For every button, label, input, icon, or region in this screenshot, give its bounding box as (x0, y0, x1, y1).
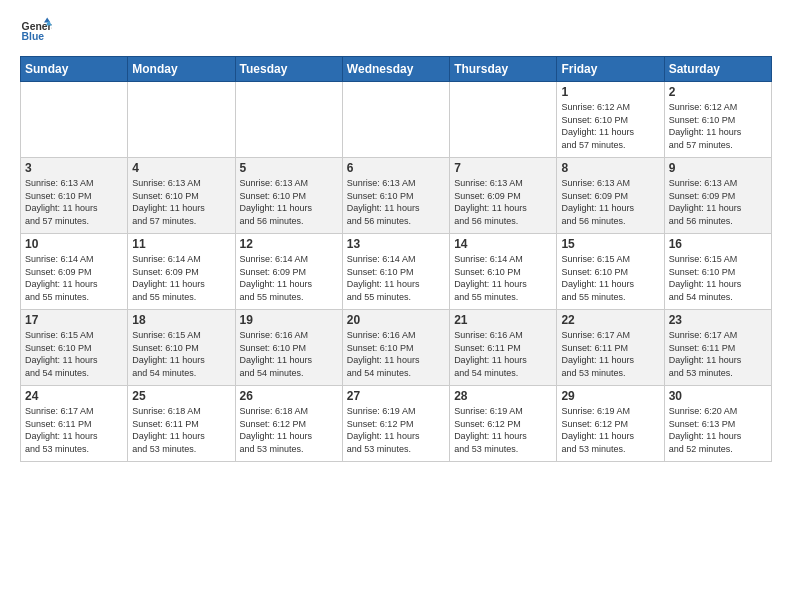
day-number: 4 (132, 161, 230, 175)
day-cell: 22Sunrise: 6:17 AM Sunset: 6:11 PM Dayli… (557, 310, 664, 386)
day-cell: 7Sunrise: 6:13 AM Sunset: 6:09 PM Daylig… (450, 158, 557, 234)
day-number: 18 (132, 313, 230, 327)
day-number: 21 (454, 313, 552, 327)
day-cell: 19Sunrise: 6:16 AM Sunset: 6:10 PM Dayli… (235, 310, 342, 386)
day-number: 9 (669, 161, 767, 175)
week-row-5: 24Sunrise: 6:17 AM Sunset: 6:11 PM Dayli… (21, 386, 772, 462)
day-cell (128, 82, 235, 158)
week-row-2: 3Sunrise: 6:13 AM Sunset: 6:10 PM Daylig… (21, 158, 772, 234)
day-info: Sunrise: 6:17 AM Sunset: 6:11 PM Dayligh… (561, 329, 659, 379)
day-cell: 3Sunrise: 6:13 AM Sunset: 6:10 PM Daylig… (21, 158, 128, 234)
weekday-sunday: Sunday (21, 57, 128, 82)
day-number: 23 (669, 313, 767, 327)
day-cell: 13Sunrise: 6:14 AM Sunset: 6:10 PM Dayli… (342, 234, 449, 310)
day-number: 5 (240, 161, 338, 175)
day-number: 24 (25, 389, 123, 403)
day-cell: 9Sunrise: 6:13 AM Sunset: 6:09 PM Daylig… (664, 158, 771, 234)
day-cell: 17Sunrise: 6:15 AM Sunset: 6:10 PM Dayli… (21, 310, 128, 386)
day-cell: 6Sunrise: 6:13 AM Sunset: 6:10 PM Daylig… (342, 158, 449, 234)
day-info: Sunrise: 6:15 AM Sunset: 6:10 PM Dayligh… (669, 253, 767, 303)
day-info: Sunrise: 6:18 AM Sunset: 6:12 PM Dayligh… (240, 405, 338, 455)
day-number: 10 (25, 237, 123, 251)
day-cell: 5Sunrise: 6:13 AM Sunset: 6:10 PM Daylig… (235, 158, 342, 234)
day-info: Sunrise: 6:15 AM Sunset: 6:10 PM Dayligh… (25, 329, 123, 379)
day-info: Sunrise: 6:14 AM Sunset: 6:09 PM Dayligh… (25, 253, 123, 303)
day-number: 14 (454, 237, 552, 251)
day-number: 15 (561, 237, 659, 251)
week-row-4: 17Sunrise: 6:15 AM Sunset: 6:10 PM Dayli… (21, 310, 772, 386)
weekday-friday: Friday (557, 57, 664, 82)
calendar-table: SundayMondayTuesdayWednesdayThursdayFrid… (20, 56, 772, 462)
day-info: Sunrise: 6:19 AM Sunset: 6:12 PM Dayligh… (347, 405, 445, 455)
weekday-monday: Monday (128, 57, 235, 82)
day-info: Sunrise: 6:13 AM Sunset: 6:09 PM Dayligh… (454, 177, 552, 227)
day-info: Sunrise: 6:14 AM Sunset: 6:09 PM Dayligh… (240, 253, 338, 303)
day-info: Sunrise: 6:19 AM Sunset: 6:12 PM Dayligh… (561, 405, 659, 455)
day-info: Sunrise: 6:14 AM Sunset: 6:09 PM Dayligh… (132, 253, 230, 303)
day-info: Sunrise: 6:16 AM Sunset: 6:10 PM Dayligh… (240, 329, 338, 379)
day-number: 1 (561, 85, 659, 99)
day-info: Sunrise: 6:13 AM Sunset: 6:09 PM Dayligh… (561, 177, 659, 227)
day-cell: 21Sunrise: 6:16 AM Sunset: 6:11 PM Dayli… (450, 310, 557, 386)
day-cell: 28Sunrise: 6:19 AM Sunset: 6:12 PM Dayli… (450, 386, 557, 462)
day-info: Sunrise: 6:17 AM Sunset: 6:11 PM Dayligh… (25, 405, 123, 455)
day-info: Sunrise: 6:13 AM Sunset: 6:10 PM Dayligh… (240, 177, 338, 227)
day-number: 25 (132, 389, 230, 403)
logo: General Blue (20, 16, 52, 48)
day-cell: 14Sunrise: 6:14 AM Sunset: 6:10 PM Dayli… (450, 234, 557, 310)
day-info: Sunrise: 6:13 AM Sunset: 6:09 PM Dayligh… (669, 177, 767, 227)
day-info: Sunrise: 6:12 AM Sunset: 6:10 PM Dayligh… (669, 101, 767, 151)
day-cell: 29Sunrise: 6:19 AM Sunset: 6:12 PM Dayli… (557, 386, 664, 462)
day-cell: 16Sunrise: 6:15 AM Sunset: 6:10 PM Dayli… (664, 234, 771, 310)
day-number: 20 (347, 313, 445, 327)
day-cell: 4Sunrise: 6:13 AM Sunset: 6:10 PM Daylig… (128, 158, 235, 234)
header: General Blue (20, 16, 772, 48)
day-info: Sunrise: 6:13 AM Sunset: 6:10 PM Dayligh… (132, 177, 230, 227)
day-number: 12 (240, 237, 338, 251)
day-cell: 25Sunrise: 6:18 AM Sunset: 6:11 PM Dayli… (128, 386, 235, 462)
day-cell: 18Sunrise: 6:15 AM Sunset: 6:10 PM Dayli… (128, 310, 235, 386)
day-number: 6 (347, 161, 445, 175)
day-cell (21, 82, 128, 158)
week-row-1: 1Sunrise: 6:12 AM Sunset: 6:10 PM Daylig… (21, 82, 772, 158)
day-info: Sunrise: 6:14 AM Sunset: 6:10 PM Dayligh… (347, 253, 445, 303)
day-cell: 12Sunrise: 6:14 AM Sunset: 6:09 PM Dayli… (235, 234, 342, 310)
day-cell: 8Sunrise: 6:13 AM Sunset: 6:09 PM Daylig… (557, 158, 664, 234)
day-cell (342, 82, 449, 158)
weekday-saturday: Saturday (664, 57, 771, 82)
page-container: General Blue SundayMondayTuesdayWednesda… (0, 0, 792, 472)
week-row-3: 10Sunrise: 6:14 AM Sunset: 6:09 PM Dayli… (21, 234, 772, 310)
day-number: 3 (25, 161, 123, 175)
day-number: 30 (669, 389, 767, 403)
day-info: Sunrise: 6:20 AM Sunset: 6:13 PM Dayligh… (669, 405, 767, 455)
day-cell: 2Sunrise: 6:12 AM Sunset: 6:10 PM Daylig… (664, 82, 771, 158)
weekday-thursday: Thursday (450, 57, 557, 82)
day-info: Sunrise: 6:15 AM Sunset: 6:10 PM Dayligh… (132, 329, 230, 379)
day-cell: 24Sunrise: 6:17 AM Sunset: 6:11 PM Dayli… (21, 386, 128, 462)
day-number: 28 (454, 389, 552, 403)
day-info: Sunrise: 6:12 AM Sunset: 6:10 PM Dayligh… (561, 101, 659, 151)
day-cell: 10Sunrise: 6:14 AM Sunset: 6:09 PM Dayli… (21, 234, 128, 310)
day-info: Sunrise: 6:16 AM Sunset: 6:10 PM Dayligh… (347, 329, 445, 379)
svg-marker-2 (44, 18, 50, 23)
day-number: 27 (347, 389, 445, 403)
day-number: 8 (561, 161, 659, 175)
day-info: Sunrise: 6:15 AM Sunset: 6:10 PM Dayligh… (561, 253, 659, 303)
day-number: 11 (132, 237, 230, 251)
day-info: Sunrise: 6:13 AM Sunset: 6:10 PM Dayligh… (347, 177, 445, 227)
day-info: Sunrise: 6:14 AM Sunset: 6:10 PM Dayligh… (454, 253, 552, 303)
day-cell: 11Sunrise: 6:14 AM Sunset: 6:09 PM Dayli… (128, 234, 235, 310)
day-cell: 20Sunrise: 6:16 AM Sunset: 6:10 PM Dayli… (342, 310, 449, 386)
day-number: 22 (561, 313, 659, 327)
day-cell (235, 82, 342, 158)
day-number: 17 (25, 313, 123, 327)
day-cell (450, 82, 557, 158)
day-cell: 1Sunrise: 6:12 AM Sunset: 6:10 PM Daylig… (557, 82, 664, 158)
day-info: Sunrise: 6:17 AM Sunset: 6:11 PM Dayligh… (669, 329, 767, 379)
day-info: Sunrise: 6:16 AM Sunset: 6:11 PM Dayligh… (454, 329, 552, 379)
day-number: 13 (347, 237, 445, 251)
day-number: 2 (669, 85, 767, 99)
weekday-tuesday: Tuesday (235, 57, 342, 82)
day-number: 29 (561, 389, 659, 403)
day-info: Sunrise: 6:13 AM Sunset: 6:10 PM Dayligh… (25, 177, 123, 227)
